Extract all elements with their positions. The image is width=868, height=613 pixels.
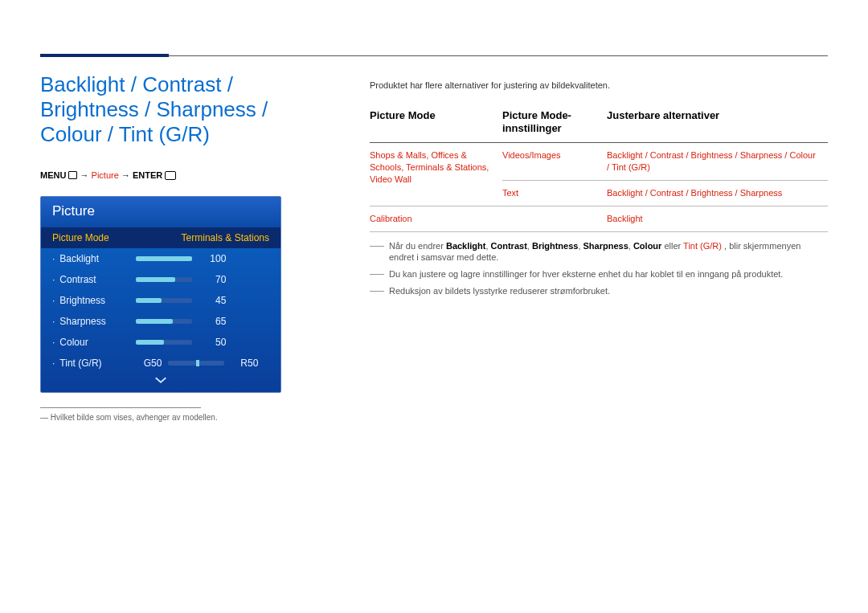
osd-title: Picture [41,197,280,227]
chevron-down-icon [154,375,168,385]
cell-setting [502,206,607,231]
note-dash-icon [370,291,384,292]
osd-slider[interactable] [136,340,192,345]
cell-mode: Calibration [370,206,502,231]
menu-icon [68,171,77,179]
tint-slider[interactable] [168,361,224,366]
bullet-icon: · [52,295,55,306]
options-table: Picture Mode Picture Mode-innstillinger … [370,104,828,232]
osd-row-tint[interactable]: · Tint (G/R) G50 R50 [41,353,280,374]
osd-picture-mode-label: Picture Mode [52,232,109,243]
osd-item-value: 45 [200,295,226,306]
arrow-icon: → [121,170,133,180]
osd-item-label: Tint (G/R) [59,358,136,369]
tint-right-value: R50 [232,358,258,369]
left-column: Backlight / Contrast / Brightness / Shar… [40,72,330,422]
tint-left-value: G50 [136,358,162,369]
content-area: Backlight / Contrast / Brightness / Shar… [0,56,868,422]
cell-setting: Videos/Images [502,143,607,181]
right-column: Produktet har flere alternativer for jus… [370,72,828,422]
menu-picture: Picture [92,170,119,180]
osd-row-colour[interactable]: ·Colour50 [41,332,280,353]
osd-row-contrast[interactable]: ·Contrast70 [41,269,280,290]
osd-row-brightness[interactable]: ·Brightness45 [41,290,280,311]
bullet-icon: · [52,274,55,285]
page-title: Backlight / Contrast / Brightness / Shar… [40,72,330,148]
footnote-text: ― Hvilket bilde som vises, avhenger av m… [40,413,330,422]
table-header: Picture Mode [370,104,502,143]
osd-item-label: Colour [59,337,136,348]
bullet-icon: · [52,358,55,369]
cell-mode: Shops & Malls, Offices & Schools, Termin… [370,143,502,206]
cell-setting: Text [502,180,607,206]
bullet-icon: · [52,253,55,264]
osd-picture-mode-row[interactable]: Picture Mode Terminals & Stations [41,227,280,248]
osd-item-label: Backlight [59,253,136,264]
note-dash-icon [370,274,384,275]
osd-slider[interactable] [136,277,192,282]
arrow-icon: → [80,170,92,180]
osd-picture-mode-value: Terminals & Stations [182,232,269,243]
footnote-content: Hvilket bilde som vises, avhenger av mod… [51,413,218,422]
osd-panel: Picture Picture Mode Terminals & Station… [40,196,281,393]
table-header: Justerbare alternativer [607,104,828,143]
osd-slider[interactable] [136,319,192,324]
note-dash-icon [370,246,384,247]
note-item: Når du endrer Backlight, Contrast, Brigh… [370,240,828,264]
menu-path: MENU → Picture → ENTER [40,170,330,180]
cell-adjust: Backlight [607,206,828,231]
menu-label: MENU [40,170,66,180]
enter-label: ENTER [133,170,162,180]
osd-item-value: 50 [200,337,226,348]
osd-item-value: 70 [200,274,226,285]
osd-scroll-down[interactable] [41,374,280,392]
osd-row-backlight[interactable]: ·Backlight100 [41,248,280,269]
cell-adjust: Backlight / Contrast / Brightness / Shar… [607,180,828,206]
table-row: Calibration Backlight [370,206,828,231]
bullet-icon: · [52,316,55,327]
enter-icon [165,171,176,180]
footnote-rule [40,407,201,408]
osd-slider[interactable] [136,298,192,303]
osd-item-label: Sharpness [59,316,136,327]
osd-item-value: 100 [200,253,226,264]
note-item: Du kan justere og lagre innstillinger fo… [370,268,828,280]
accent-bar [40,54,169,57]
osd-item-label: Brightness [59,295,136,306]
table-header: Picture Mode-innstillinger [502,104,607,143]
osd-item-label: Contrast [59,274,136,285]
top-divider [40,0,828,56]
osd-row-sharpness[interactable]: ·Sharpness65 [41,311,280,332]
note-item: Reduksjon av bildets lysstyrke reduserer… [370,285,828,297]
cell-adjust: Backlight / Contrast / Brightness / Shar… [607,143,828,181]
osd-slider[interactable] [136,256,192,261]
bullet-icon: · [52,337,55,348]
intro-text: Produktet har flere alternativer for jus… [370,80,828,90]
notes-block: Når du endrer Backlight, Contrast, Brigh… [370,240,828,297]
table-row: Shops & Malls, Offices & Schools, Termin… [370,143,828,181]
osd-item-value: 65 [200,316,226,327]
